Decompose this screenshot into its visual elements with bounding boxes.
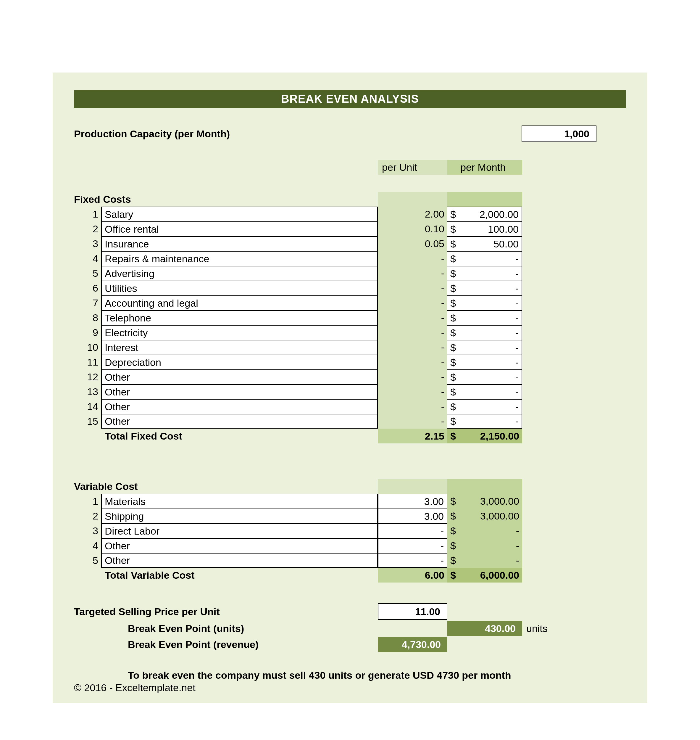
table-row: 5Advertising-$-	[74, 266, 626, 281]
description-cell[interactable]: Interest	[101, 340, 378, 355]
description-cell[interactable]: Materials	[101, 494, 378, 509]
table-row: 2Shipping3.00$3,000.00	[74, 509, 626, 523]
currency-cell: $	[447, 206, 459, 221]
description-cell[interactable]: Utilities	[101, 281, 378, 295]
per-unit-cell: -	[378, 355, 447, 369]
row-index: 5	[74, 553, 101, 568]
per-month-cell[interactable]: -	[459, 369, 522, 384]
per-month-cell[interactable]: -	[459, 310, 522, 325]
per-unit-cell: -	[378, 281, 447, 295]
currency-cell: $	[447, 494, 459, 509]
fixed-total-per-unit: 2.15	[378, 429, 447, 444]
per-month-cell[interactable]: -	[459, 414, 522, 429]
table-row: 1Materials3.00$3,000.00	[74, 494, 626, 509]
bep-units-label: Break Even Point (units)	[128, 623, 378, 634]
description-cell[interactable]: Advertising	[101, 266, 378, 281]
per-month-cell: -	[459, 538, 522, 553]
currency-cell: $	[447, 414, 459, 429]
per-month-cell[interactable]: -	[459, 281, 522, 295]
description-cell[interactable]: Repairs & maintenance	[101, 251, 378, 266]
per-unit-cell[interactable]: -	[378, 523, 447, 538]
variable-cost-label: Variable Cost	[74, 479, 378, 494]
production-capacity-row: Production Capacity (per Month) 1,000	[74, 125, 626, 142]
header-per-month: per Month	[459, 160, 522, 175]
description-cell[interactable]: Shipping	[101, 509, 378, 523]
currency-cell: $	[447, 369, 459, 384]
per-month-cell[interactable]: -	[459, 266, 522, 281]
description-cell[interactable]: Depreciation	[101, 355, 378, 369]
break-even-note: To break even the company must sell 430 …	[128, 669, 626, 681]
table-row: 13Other-$-	[74, 384, 626, 399]
fixed-costs-label: Fixed Costs	[74, 192, 378, 206]
per-unit-cell: -	[378, 266, 447, 281]
variable-cost-table: 1Materials3.00$3,000.002Shipping3.00$3,0…	[74, 494, 626, 568]
per-unit-cell: -	[378, 310, 447, 325]
table-row: 6Utilities-$-	[74, 281, 626, 295]
production-capacity-input[interactable]: 1,000	[522, 125, 596, 142]
description-cell[interactable]: Other	[101, 553, 378, 568]
per-month-cell[interactable]: -	[459, 295, 522, 310]
per-month-cell[interactable]: -	[459, 355, 522, 369]
description-cell[interactable]: Direct Labor	[101, 523, 378, 538]
per-month-cell[interactable]: 100.00	[459, 221, 522, 236]
table-row: 3Direct Labor-$-	[74, 523, 626, 538]
per-month-cell[interactable]: -	[459, 251, 522, 266]
fixed-costs-table: 1Salary2.00$2,000.002Office rental0.10$1…	[74, 206, 626, 429]
table-row: 8Telephone-$-	[74, 310, 626, 325]
per-month-cell[interactable]: 50.00	[459, 236, 522, 251]
per-month-cell: -	[459, 553, 522, 568]
description-cell[interactable]: Other	[101, 414, 378, 429]
table-row: 4Repairs & maintenance-$-	[74, 251, 626, 266]
table-row: 1Salary2.00$2,000.00	[74, 206, 626, 221]
bep-units-suffix: units	[522, 623, 552, 634]
header-per-unit: per Unit	[378, 160, 447, 175]
variable-total-currency: $	[447, 568, 459, 582]
per-unit-cell: 0.10	[378, 221, 447, 236]
title-bar: BREAK EVEN ANALYSIS	[74, 90, 626, 108]
selling-price-row: Targeted Selling Price per Unit 11.00	[74, 603, 626, 620]
description-cell[interactable]: Insurance	[101, 236, 378, 251]
row-index: 2	[74, 221, 101, 236]
row-index: 8	[74, 310, 101, 325]
fixed-total-per-month: 2,150.00	[459, 429, 522, 444]
per-month-cell[interactable]: 2,000.00	[459, 206, 522, 221]
per-month-cell[interactable]: -	[459, 399, 522, 414]
per-unit-cell[interactable]: -	[378, 553, 447, 568]
description-cell[interactable]: Accounting and legal	[101, 295, 378, 310]
description-cell[interactable]: Electricity	[101, 325, 378, 340]
per-month-cell[interactable]: -	[459, 340, 522, 355]
per-unit-cell: 0.05	[378, 236, 447, 251]
description-cell[interactable]: Telephone	[101, 310, 378, 325]
selling-price-input[interactable]: 11.00	[378, 603, 447, 620]
description-cell[interactable]: Other	[101, 384, 378, 399]
currency-cell: $	[447, 236, 459, 251]
row-index: 5	[74, 266, 101, 281]
row-index: 15	[74, 414, 101, 429]
variable-total-row: Total Variable Cost 6.00 $ 6,000.00	[74, 568, 626, 582]
per-month-cell[interactable]: -	[459, 325, 522, 340]
description-cell[interactable]: Other	[101, 399, 378, 414]
row-index: 3	[74, 236, 101, 251]
per-unit-cell[interactable]: -	[378, 538, 447, 553]
currency-cell: $	[447, 553, 459, 568]
description-cell[interactable]: Office rental	[101, 221, 378, 236]
per-unit-cell[interactable]: 3.00	[378, 509, 447, 523]
per-unit-cell: -	[378, 384, 447, 399]
description-cell[interactable]: Other	[101, 369, 378, 384]
description-cell[interactable]: Other	[101, 538, 378, 553]
currency-cell: $	[447, 295, 459, 310]
currency-cell: $	[447, 384, 459, 399]
variable-total-label: Total Variable Cost	[101, 568, 378, 582]
description-cell[interactable]: Salary	[101, 206, 378, 221]
currency-cell: $	[447, 281, 459, 295]
row-index: 2	[74, 509, 101, 523]
per-unit-cell: -	[378, 369, 447, 384]
row-index: 7	[74, 295, 101, 310]
per-month-cell[interactable]: -	[459, 384, 522, 399]
currency-cell: $	[447, 221, 459, 236]
table-row: 2Office rental0.10$100.00	[74, 221, 626, 236]
currency-cell: $	[447, 538, 459, 553]
row-index: 14	[74, 399, 101, 414]
currency-cell: $	[447, 340, 459, 355]
per-unit-cell[interactable]: 3.00	[378, 494, 447, 509]
